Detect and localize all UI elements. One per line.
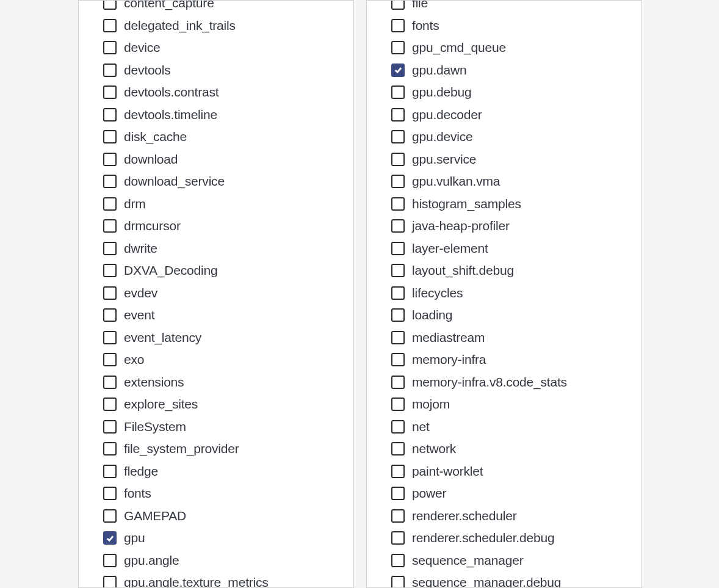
category-row-gpu[interactable]: gpu (79, 527, 353, 550)
category-row-disk-cache[interactable]: disk_cache (79, 126, 353, 148)
category-row-gpu-cmd-queue[interactable]: gpu_cmd_queue (367, 37, 641, 59)
checkbox-dwrite[interactable] (103, 242, 117, 255)
category-row-paint-worklet[interactable]: paint-worklet (367, 460, 641, 483)
category-row-devtools-contrast[interactable]: devtools.contrast (79, 81, 353, 104)
category-row-fonts[interactable]: fonts (79, 482, 353, 505)
checkbox-delegated-ink-trails[interactable] (103, 19, 117, 32)
category-row-download-service[interactable]: download_service (79, 170, 353, 193)
checkbox-net[interactable] (391, 420, 405, 434)
category-row-event[interactable]: event (79, 304, 353, 327)
category-row-extensions[interactable]: extensions (79, 371, 353, 394)
category-row-file[interactable]: file (367, 0, 641, 15)
category-row-devtools[interactable]: devtools (79, 59, 353, 82)
checkbox-mediastream[interactable] (391, 331, 405, 344)
checkbox-memory-infra-v8-code-stats[interactable] (391, 376, 405, 389)
category-row-memory-infra[interactable]: memory-infra (367, 349, 641, 371)
category-row-gpu-dawn[interactable]: gpu.dawn (367, 59, 641, 82)
category-row-delegated-ink-trails[interactable]: delegated_ink_trails (79, 15, 353, 37)
checkbox-download[interactable] (103, 153, 117, 166)
checkbox-drm[interactable] (103, 197, 117, 211)
checkbox-renderer-scheduler-debug[interactable] (391, 531, 405, 545)
category-row-event-latency[interactable]: event_latency (79, 327, 353, 349)
category-row-filesystem[interactable]: FileSystem (79, 416, 353, 438)
checkbox-download-service[interactable] (103, 175, 117, 188)
category-row-evdev[interactable]: evdev (79, 282, 353, 305)
category-row-layout-shift-debug[interactable]: layout_shift.debug (367, 260, 641, 282)
category-row-java-heap-profiler[interactable]: java-heap-profiler (367, 215, 641, 238)
checkbox-loading[interactable] (391, 308, 405, 322)
checkbox-gpu-angle-texture-metrics[interactable] (103, 576, 117, 588)
checkbox-histogram-samples[interactable] (391, 197, 405, 211)
checkbox-renderer-scheduler[interactable] (391, 509, 405, 523)
checkbox-sequence-manager-debug[interactable] (391, 576, 405, 588)
checkbox-gpu-service[interactable] (391, 153, 405, 166)
checkbox-device[interactable] (103, 41, 117, 54)
checkbox-gpu-cmd-queue[interactable] (391, 41, 405, 54)
checkbox-gpu-angle[interactable] (103, 554, 117, 567)
category-row-dwrite[interactable]: dwrite (79, 238, 353, 260)
checkbox-memory-infra[interactable] (391, 353, 405, 366)
checkbox-event-latency[interactable] (103, 331, 117, 344)
category-row-dxva-decoding[interactable]: DXVA_Decoding (79, 260, 353, 282)
checkbox-fonts[interactable] (103, 487, 117, 500)
checkbox-gpu-device[interactable] (391, 130, 405, 143)
category-row-gpu-vulkan-vma[interactable]: gpu.vulkan.vma (367, 170, 641, 193)
category-row-content-capture[interactable]: content_capture (79, 0, 353, 15)
category-row-net[interactable]: net (367, 416, 641, 438)
category-row-loading[interactable]: loading (367, 304, 641, 327)
checkbox-evdev[interactable] (103, 286, 117, 300)
checkbox-gpu-vulkan-vma[interactable] (391, 175, 405, 188)
category-row-fonts[interactable]: fonts (367, 15, 641, 37)
checkbox-network[interactable] (391, 442, 405, 456)
category-row-gpu-device[interactable]: gpu.device (367, 126, 641, 148)
category-row-renderer-scheduler[interactable]: renderer.scheduler (367, 505, 641, 528)
category-row-file-system-provider[interactable]: file_system_provider (79, 438, 353, 460)
checkbox-filesystem[interactable] (103, 420, 117, 434)
category-row-download[interactable]: download (79, 148, 353, 171)
category-row-histogram-samples[interactable]: histogram_samples (367, 193, 641, 216)
category-row-mediastream[interactable]: mediastream (367, 327, 641, 349)
category-row-explore-sites[interactable]: explore_sites (79, 393, 353, 416)
checkbox-fledge[interactable] (103, 465, 117, 478)
category-row-mojom[interactable]: mojom (367, 393, 641, 416)
checkbox-gpu-decoder[interactable] (391, 108, 405, 122)
checkbox-lifecycles[interactable] (391, 286, 405, 300)
category-row-exo[interactable]: exo (79, 349, 353, 371)
checkbox-explore-sites[interactable] (103, 397, 117, 411)
checkbox-sequence-manager[interactable] (391, 554, 405, 567)
checkbox-fonts[interactable] (391, 19, 405, 32)
category-row-drmcursor[interactable]: drmcursor (79, 215, 353, 238)
checkbox-layer-element[interactable] (391, 242, 405, 255)
checkbox-dxva-decoding[interactable] (103, 264, 117, 277)
category-row-lifecycles[interactable]: lifecycles (367, 282, 641, 305)
category-row-memory-infra-v8-code-stats[interactable]: memory-infra.v8.code_stats (367, 371, 641, 394)
category-row-layer-element[interactable]: layer-element (367, 238, 641, 260)
category-row-network[interactable]: network (367, 438, 641, 460)
category-row-device[interactable]: device (79, 37, 353, 59)
checkbox-power[interactable] (391, 487, 405, 500)
checkbox-devtools[interactable] (103, 64, 117, 77)
checkbox-event[interactable] (103, 308, 117, 322)
category-row-fledge[interactable]: fledge (79, 460, 353, 483)
checkbox-java-heap-profiler[interactable] (391, 219, 405, 233)
category-row-sequence-manager[interactable]: sequence_manager (367, 550, 641, 572)
checkbox-devtools-timeline[interactable] (103, 108, 117, 122)
checkbox-disk-cache[interactable] (103, 130, 117, 143)
checkbox-file-system-provider[interactable] (103, 442, 117, 456)
category-row-drm[interactable]: drm (79, 193, 353, 216)
category-row-sequence-manager-debug[interactable]: sequence_manager.debug (367, 572, 641, 588)
category-row-gpu-angle-texture-metrics[interactable]: gpu.angle.texture_metrics (79, 572, 353, 588)
checkbox-devtools-contrast[interactable] (103, 85, 117, 99)
checkbox-gpu-debug[interactable] (391, 85, 405, 99)
category-row-gpu-decoder[interactable]: gpu.decoder (367, 104, 641, 126)
checkbox-content-capture[interactable] (103, 0, 117, 10)
checkbox-drmcursor[interactable] (103, 219, 117, 233)
category-row-gpu-service[interactable]: gpu.service (367, 148, 641, 171)
checkbox-layout-shift-debug[interactable] (391, 264, 405, 277)
checkbox-file[interactable] (391, 0, 405, 10)
checkbox-gamepad[interactable] (103, 509, 117, 523)
category-row-gpu-debug[interactable]: gpu.debug (367, 81, 641, 104)
checkbox-paint-worklet[interactable] (391, 465, 405, 478)
category-row-devtools-timeline[interactable]: devtools.timeline (79, 104, 353, 126)
checkbox-mojom[interactable] (391, 397, 405, 411)
